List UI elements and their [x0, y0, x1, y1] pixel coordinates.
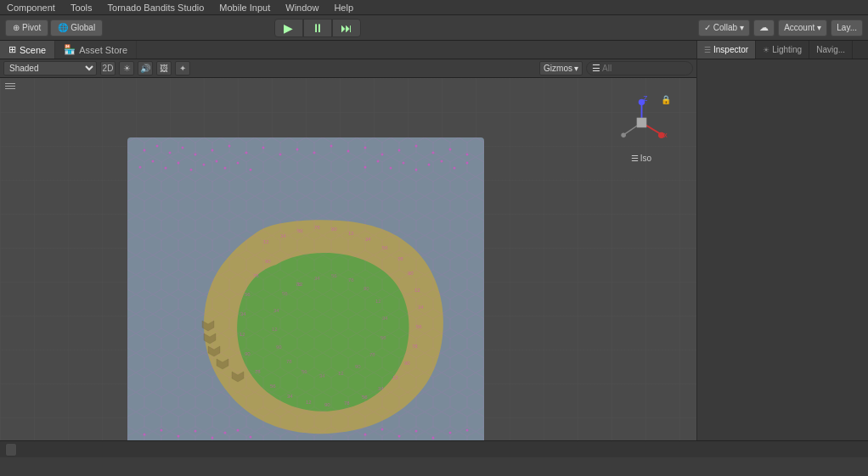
skybox-icon-btn[interactable]: 🖼: [156, 61, 172, 76]
svg-text:12: 12: [306, 400, 312, 405]
gizmo-iso-label[interactable]: ☰ Iso: [631, 154, 651, 163]
2d-toggle[interactable]: 2D: [100, 61, 116, 76]
menu-help[interactable]: Help: [330, 3, 357, 13]
svg-text:56: 56: [362, 395, 368, 400]
svg-point-46: [194, 430, 197, 433]
account-button[interactable]: Account ▾: [778, 20, 827, 36]
svg-text:34: 34: [418, 305, 424, 310]
svg-text:34: 34: [382, 316, 388, 321]
svg-point-5: [169, 152, 172, 154]
search-input[interactable]: [602, 64, 687, 73]
hamburger-iso-icon: ☰: [631, 154, 639, 163]
collab-button[interactable]: ✓ Collab ▾: [698, 20, 750, 36]
svg-point-27: [178, 162, 180, 165]
svg-text:34: 34: [314, 276, 320, 281]
gizmos-button[interactable]: Gizmos ▾: [539, 61, 583, 76]
svg-point-53: [398, 435, 401, 438]
audio-icon-btn[interactable]: 🔊: [138, 61, 153, 76]
svg-text:90: 90: [276, 344, 282, 350]
svg-point-39: [428, 164, 431, 166]
bottom-button-1[interactable]: [5, 443, 17, 456]
svg-text:12: 12: [414, 288, 420, 293]
tab-inspector[interactable]: ☰ Inspector: [697, 41, 756, 59]
svg-text:78: 78: [344, 400, 350, 406]
play-button[interactable]: ▶: [274, 19, 303, 37]
scene-search-bar[interactable]: ☰: [586, 61, 693, 76]
right-tab-bar: ☰ Inspector ☀ Lighting Navig...: [697, 41, 868, 59]
asset-store-icon: 🏪: [64, 44, 76, 55]
svg-point-18: [381, 154, 384, 156]
tab-lighting[interactable]: ☀ Lighting: [756, 41, 809, 59]
play-controls: ▶ ⏸ ⏭: [274, 19, 361, 37]
svg-text:78: 78: [397, 256, 403, 261]
svg-text:12: 12: [272, 327, 278, 332]
lighting-icon-btn[interactable]: ☀: [119, 61, 134, 76]
right-panel: ☰ Inspector ☀ Lighting Navig...: [696, 41, 868, 440]
svg-point-44: [161, 429, 163, 432]
cloud-button[interactable]: ☁: [753, 20, 775, 36]
main-content: ⊞ Scene 🏪 Asset Store Shaded Wireframe S…: [0, 41, 868, 440]
svg-text:56: 56: [331, 273, 337, 278]
pivot-button[interactable]: ⊕ Pivot: [5, 20, 48, 36]
svg-text:78: 78: [369, 352, 375, 357]
svg-point-16: [347, 150, 350, 153]
fx-icon-btn[interactable]: ✦: [175, 61, 190, 76]
svg-point-4: [156, 145, 159, 148]
svg-point-55: [432, 437, 435, 440]
scene-icon: ⊞: [8, 44, 16, 55]
svg-point-24: [139, 166, 142, 169]
scene-menu-icon[interactable]: [5, 83, 15, 89]
menu-tornado[interactable]: Tornado Bandits Studio: [104, 3, 208, 13]
svg-point-23: [466, 154, 469, 156]
svg-text:78: 78: [296, 282, 302, 287]
pause-button[interactable]: ⏸: [303, 19, 332, 37]
svg-text:x: x: [663, 131, 668, 139]
svg-point-52: [381, 428, 384, 431]
svg-point-11: [262, 147, 265, 149]
tab-navigation[interactable]: Navig...: [809, 41, 853, 59]
menu-component[interactable]: Component: [3, 3, 59, 13]
svg-text:78: 78: [348, 277, 354, 283]
tab-bar: ⊞ Scene 🏪 Asset Store: [0, 41, 696, 59]
tab-asset-store[interactable]: 🏪 Asset Store: [55, 41, 137, 59]
svg-point-13: [296, 148, 299, 151]
step-button[interactable]: ⏭: [332, 19, 361, 37]
dropdown-arrow-icon: ▾: [817, 23, 821, 32]
svg-point-25: [152, 160, 155, 163]
svg-text:34: 34: [287, 394, 293, 399]
layers-button[interactable]: Lay...: [831, 20, 863, 36]
menu-window[interactable]: Window: [282, 3, 322, 13]
shading-mode-select[interactable]: Shaded Wireframe Shaded Wireframe: [3, 61, 97, 76]
svg-point-54: [415, 430, 418, 433]
svg-point-40: [441, 160, 443, 163]
menu-bar: Component Tools Tornado Bandits Studio M…: [0, 0, 868, 15]
global-button[interactable]: 🌐 Global: [50, 20, 103, 36]
svg-text:12: 12: [348, 231, 354, 236]
svg-text:78: 78: [255, 369, 261, 374]
svg-text:90: 90: [324, 402, 330, 407]
svg-point-9: [228, 145, 231, 148]
svg-point-38: [415, 169, 418, 171]
svg-point-28: [190, 169, 193, 171]
svg-text:78: 78: [253, 273, 259, 278]
svg-text:34: 34: [240, 311, 246, 316]
svg-text:Z: Z: [643, 95, 647, 103]
gizmos-dropdown-icon: ▾: [574, 64, 578, 73]
svg-text:56: 56: [416, 324, 422, 329]
svg-point-21: [432, 152, 435, 154]
tab-scene[interactable]: ⊞ Scene: [0, 41, 55, 59]
menu-mobile-input[interactable]: Mobile Input: [216, 3, 273, 13]
svg-text:90: 90: [331, 227, 337, 232]
svg-point-29: [203, 164, 206, 166]
svg-text:34: 34: [280, 233, 286, 238]
svg-text:12: 12: [263, 239, 269, 244]
svg-text:34: 34: [273, 308, 279, 313]
cloud-icon: ☁: [759, 22, 769, 33]
scene-view-wrapper: ⊞ Scene 🏪 Asset Store Shaded Wireframe S…: [0, 41, 696, 440]
svg-text:90: 90: [404, 361, 410, 366]
svg-point-3: [144, 149, 146, 152]
lock-icon: 🔒: [661, 95, 671, 104]
menu-tools[interactable]: Tools: [67, 3, 96, 13]
pivot-global-group: ⊕ Pivot 🌐 Global: [5, 20, 103, 36]
pivot-icon: ⊕: [13, 23, 20, 32]
